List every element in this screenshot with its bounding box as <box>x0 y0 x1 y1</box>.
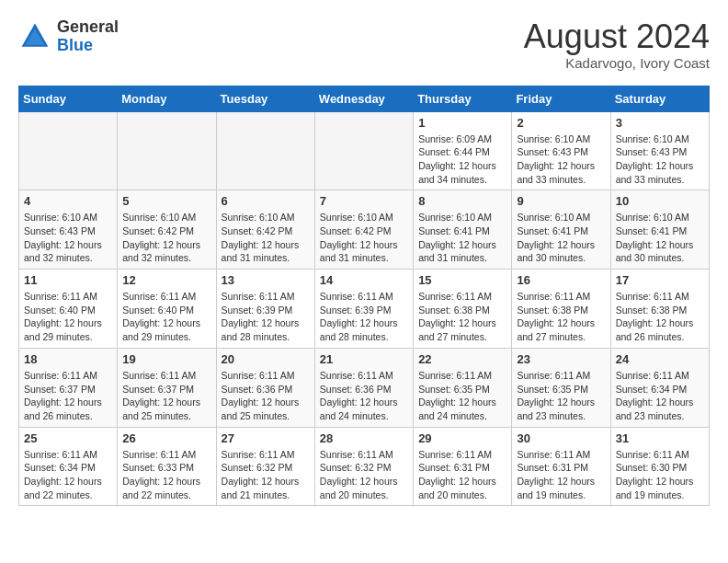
day-info: Sunrise: 6:11 AMSunset: 6:39 PMDaylight:… <box>222 290 310 344</box>
calendar-cell: 14Sunrise: 6:11 AMSunset: 6:39 PMDayligh… <box>314 270 413 349</box>
day-number: 21 <box>320 352 408 366</box>
day-info: Sunrise: 6:11 AMSunset: 6:31 PMDaylight:… <box>517 448 605 502</box>
calendar-cell: 3Sunrise: 6:10 AMSunset: 6:43 PMDaylight… <box>610 111 709 190</box>
day-of-week-header: Friday <box>512 86 610 111</box>
calendar-week-row: 1Sunrise: 6:09 AMSunset: 6:44 PMDaylight… <box>19 111 710 190</box>
day-info: Sunrise: 6:11 AMSunset: 6:40 PMDaylight:… <box>122 290 210 344</box>
calendar-cell: 29Sunrise: 6:11 AMSunset: 6:31 PMDayligh… <box>414 427 512 506</box>
day-number: 20 <box>222 352 310 366</box>
calendar-cell: 7Sunrise: 6:10 AMSunset: 6:42 PMDaylight… <box>314 190 413 270</box>
calendar-cell: 9Sunrise: 6:10 AMSunset: 6:41 PMDaylight… <box>512 190 610 270</box>
day-number: 4 <box>24 194 112 208</box>
day-info: Sunrise: 6:11 AMSunset: 6:30 PMDaylight:… <box>616 448 704 502</box>
day-number: 16 <box>517 273 605 287</box>
calendar-cell: 31Sunrise: 6:11 AMSunset: 6:30 PMDayligh… <box>610 427 709 506</box>
calendar-cell: 25Sunrise: 6:11 AMSunset: 6:34 PMDayligh… <box>19 427 118 506</box>
calendar-body: 1Sunrise: 6:09 AMSunset: 6:44 PMDaylight… <box>19 111 710 506</box>
calendar-cell: 13Sunrise: 6:11 AMSunset: 6:39 PMDayligh… <box>216 270 314 349</box>
logo-blue: Blue <box>57 37 119 55</box>
day-number: 25 <box>24 431 112 445</box>
day-number: 31 <box>616 431 704 445</box>
day-info: Sunrise: 6:10 AMSunset: 6:43 PMDaylight:… <box>616 132 704 187</box>
logo-text: General Blue <box>57 18 119 55</box>
day-number: 19 <box>122 352 210 366</box>
day-info: Sunrise: 6:11 AMSunset: 6:32 PMDaylight:… <box>222 448 310 502</box>
calendar-cell: 27Sunrise: 6:11 AMSunset: 6:32 PMDayligh… <box>216 427 314 506</box>
calendar-cell: 12Sunrise: 6:11 AMSunset: 6:40 PMDayligh… <box>118 270 216 349</box>
day-info: Sunrise: 6:11 AMSunset: 6:36 PMDaylight:… <box>222 369 310 423</box>
day-info: Sunrise: 6:11 AMSunset: 6:38 PMDaylight:… <box>418 290 506 344</box>
day-number: 28 <box>320 431 408 445</box>
day-info: Sunrise: 6:11 AMSunset: 6:36 PMDaylight:… <box>320 369 408 423</box>
day-info: Sunrise: 6:10 AMSunset: 6:42 PMDaylight:… <box>122 211 210 265</box>
day-number: 5 <box>122 194 210 208</box>
day-number: 15 <box>418 273 506 287</box>
calendar-cell: 19Sunrise: 6:11 AMSunset: 6:37 PMDayligh… <box>118 348 216 427</box>
day-of-week-header: Monday <box>118 86 216 111</box>
calendar-cell: 28Sunrise: 6:11 AMSunset: 6:32 PMDayligh… <box>314 427 413 506</box>
calendar-cell: 22Sunrise: 6:11 AMSunset: 6:35 PMDayligh… <box>414 348 512 427</box>
calendar-cell: 24Sunrise: 6:11 AMSunset: 6:34 PMDayligh… <box>610 348 709 427</box>
calendar-cell: 11Sunrise: 6:11 AMSunset: 6:40 PMDayligh… <box>19 270 118 349</box>
calendar-week-row: 25Sunrise: 6:11 AMSunset: 6:34 PMDayligh… <box>19 427 710 506</box>
calendar-cell: 15Sunrise: 6:11 AMSunset: 6:38 PMDayligh… <box>414 270 512 349</box>
day-number: 27 <box>222 431 310 445</box>
calendar-cell <box>314 111 413 190</box>
day-info: Sunrise: 6:11 AMSunset: 6:37 PMDaylight:… <box>24 369 112 423</box>
calendar-cell <box>118 111 216 190</box>
logo: General Blue <box>18 18 119 55</box>
calendar-cell: 5Sunrise: 6:10 AMSunset: 6:42 PMDaylight… <box>118 190 216 270</box>
day-of-week-header: Tuesday <box>216 86 314 111</box>
day-info: Sunrise: 6:11 AMSunset: 6:38 PMDaylight:… <box>616 290 704 344</box>
logo-icon <box>18 20 51 53</box>
day-number: 9 <box>517 194 605 208</box>
day-number: 8 <box>418 194 506 208</box>
day-of-week-header: Sunday <box>19 86 118 111</box>
day-info: Sunrise: 6:11 AMSunset: 6:31 PMDaylight:… <box>418 448 506 502</box>
page-header: General Blue August 2024 Kadarvogo, Ivor… <box>18 18 710 71</box>
day-number: 13 <box>222 273 310 287</box>
day-number: 29 <box>418 431 506 445</box>
day-info: Sunrise: 6:10 AMSunset: 6:43 PMDaylight:… <box>24 211 112 265</box>
logo-general: General <box>57 18 119 37</box>
day-number: 7 <box>320 194 408 208</box>
day-info: Sunrise: 6:10 AMSunset: 6:41 PMDaylight:… <box>517 211 605 265</box>
calendar-cell: 21Sunrise: 6:11 AMSunset: 6:36 PMDayligh… <box>314 348 413 427</box>
calendar-week-row: 11Sunrise: 6:11 AMSunset: 6:40 PMDayligh… <box>19 270 710 349</box>
day-number: 12 <box>122 273 210 287</box>
calendar-header: SundayMondayTuesdayWednesdayThursdayFrid… <box>19 86 710 111</box>
day-of-week-header: Wednesday <box>314 86 413 111</box>
day-number: 18 <box>24 352 112 366</box>
calendar-week-row: 18Sunrise: 6:11 AMSunset: 6:37 PMDayligh… <box>19 348 710 427</box>
calendar-cell: 20Sunrise: 6:11 AMSunset: 6:36 PMDayligh… <box>216 348 314 427</box>
location: Kadarvogo, Ivory Coast <box>524 55 710 71</box>
day-number: 1 <box>418 116 506 130</box>
day-info: Sunrise: 6:11 AMSunset: 6:34 PMDaylight:… <box>616 369 704 423</box>
day-of-week-header: Thursday <box>414 86 512 111</box>
day-number: 2 <box>517 116 605 130</box>
day-info: Sunrise: 6:10 AMSunset: 6:41 PMDaylight:… <box>616 211 704 265</box>
day-number: 26 <box>122 431 210 445</box>
day-info: Sunrise: 6:10 AMSunset: 6:41 PMDaylight:… <box>418 211 506 265</box>
calendar-cell: 6Sunrise: 6:10 AMSunset: 6:42 PMDaylight… <box>216 190 314 270</box>
day-info: Sunrise: 6:09 AMSunset: 6:44 PMDaylight:… <box>418 132 506 187</box>
day-of-week-header: Saturday <box>610 86 709 111</box>
day-info: Sunrise: 6:11 AMSunset: 6:33 PMDaylight:… <box>122 448 210 502</box>
day-number: 24 <box>616 352 704 366</box>
calendar-cell: 17Sunrise: 6:11 AMSunset: 6:38 PMDayligh… <box>610 270 709 349</box>
calendar-cell: 26Sunrise: 6:11 AMSunset: 6:33 PMDayligh… <box>118 427 216 506</box>
calendar-cell: 2Sunrise: 6:10 AMSunset: 6:43 PMDaylight… <box>512 111 610 190</box>
calendar-cell: 23Sunrise: 6:11 AMSunset: 6:35 PMDayligh… <box>512 348 610 427</box>
day-info: Sunrise: 6:10 AMSunset: 6:43 PMDaylight:… <box>517 132 605 187</box>
day-info: Sunrise: 6:11 AMSunset: 6:32 PMDaylight:… <box>320 448 408 502</box>
day-info: Sunrise: 6:11 AMSunset: 6:37 PMDaylight:… <box>122 369 210 423</box>
calendar-table: SundayMondayTuesdayWednesdayThursdayFrid… <box>18 86 710 507</box>
header-row: SundayMondayTuesdayWednesdayThursdayFrid… <box>19 86 710 111</box>
calendar-cell: 8Sunrise: 6:10 AMSunset: 6:41 PMDaylight… <box>414 190 512 270</box>
calendar-week-row: 4Sunrise: 6:10 AMSunset: 6:43 PMDaylight… <box>19 190 710 270</box>
day-info: Sunrise: 6:11 AMSunset: 6:34 PMDaylight:… <box>24 448 112 502</box>
day-info: Sunrise: 6:11 AMSunset: 6:39 PMDaylight:… <box>320 290 408 344</box>
day-number: 10 <box>616 194 704 208</box>
calendar-cell: 1Sunrise: 6:09 AMSunset: 6:44 PMDaylight… <box>414 111 512 190</box>
day-info: Sunrise: 6:11 AMSunset: 6:35 PMDaylight:… <box>418 369 506 423</box>
